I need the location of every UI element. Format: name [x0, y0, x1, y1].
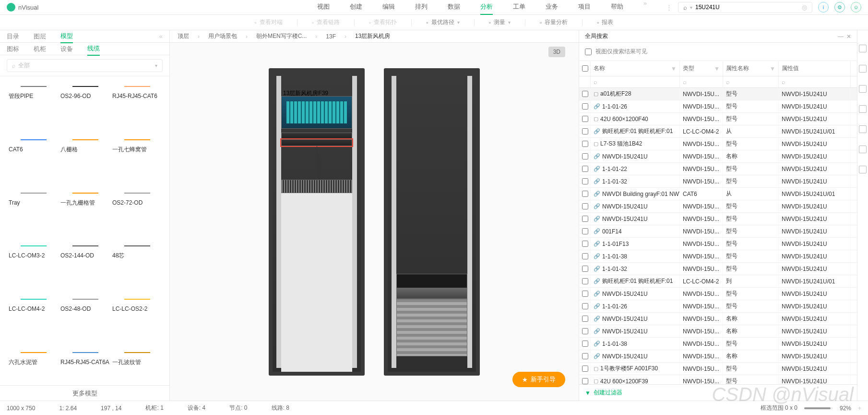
target-icon[interactable]: ◎	[802, 4, 807, 11]
device-server[interactable]	[281, 180, 352, 193]
menu-item-5[interactable]: 分析	[480, 0, 493, 15]
filter-icon[interactable]: ▼	[714, 65, 720, 72]
create-filter-button[interactable]: ▼ 创建过滤器	[579, 384, 857, 401]
rack-1[interactable]: 13层新风机房F39 RJ45-RJ45-CAT...	[269, 68, 365, 376]
dock-icon[interactable]	[859, 166, 867, 173]
row-checkbox[interactable]	[582, 216, 588, 222]
canvas[interactable]: 3D 13层新风机房F39 RJ45-RJ45-CAT...	[170, 43, 579, 401]
tab-机柜[interactable]: 机柜	[34, 43, 46, 55]
table-row[interactable]: ▢a01机柜F28NWVDI-15U...型号NWVDI-15U241U	[579, 88, 857, 100]
table-row[interactable]: 🔗001F14NWVDI-15U...型号NWVDI-15U241U	[579, 225, 857, 238]
dock-icon[interactable]	[859, 45, 867, 52]
row-checkbox[interactable]	[582, 328, 588, 334]
row-checkbox[interactable]	[582, 291, 588, 297]
crumb-3[interactable]: 13F	[326, 33, 336, 40]
dock-icon[interactable]	[859, 105, 867, 113]
device-patch-panel-selected[interactable]	[281, 139, 352, 146]
row-checkbox[interactable]	[582, 178, 588, 184]
crumb-0[interactable]: 顶层	[178, 32, 189, 40]
table-row[interactable]: ▢L7-S3 猫池1B42NWVDI-15U...型号NWVDI-15U241U	[579, 138, 857, 150]
chevron-down-icon[interactable]: ▾	[690, 5, 692, 10]
row-checkbox[interactable]	[582, 228, 588, 234]
crumb-2[interactable]: 朝外MEN写字楼C...	[256, 32, 307, 40]
settings-icon[interactable]: ⚙	[834, 2, 845, 12]
search-icon[interactable]: ⌕	[779, 76, 851, 87]
tab-设备[interactable]: 设备	[60, 43, 73, 55]
model-OS2-96-OD[interactable]: OS2-96-OD	[60, 86, 110, 119]
menu-item-6[interactable]: 工单	[513, 0, 525, 15]
user-icon[interactable]: ☺	[851, 2, 861, 12]
3d-toggle-button[interactable]: 3D	[548, 47, 565, 57]
table-row[interactable]: ▢1号教学楼5F A001F30NWVDI-15U...型号NWVDI-15U2…	[579, 363, 857, 375]
model-一孔九栅格管[interactable]: 一孔九栅格管	[60, 193, 110, 226]
tool-测量[interactable]: ▫测量▾	[489, 18, 511, 26]
rack-2[interactable]	[384, 68, 480, 376]
menu-item-1[interactable]: 创建	[350, 0, 362, 15]
row-checkbox[interactable]	[582, 116, 588, 122]
global-search[interactable]: ⌕ ▾ ◎	[678, 2, 812, 13]
table-row[interactable]: 🔗1-1-01F13NWVDI-15U...型号NWVDI-15U241U	[579, 238, 857, 250]
row-checkbox[interactable]	[582, 166, 588, 172]
row-checkbox[interactable]	[582, 316, 588, 322]
tool-容量分析[interactable]: ▫容量分析	[540, 18, 568, 26]
search-icon[interactable]: ⌕	[723, 76, 779, 87]
table-row[interactable]: 🔗NWVDI-15U241UNWVDI-15U...名称NWVDI-15U241…	[579, 350, 857, 363]
model-Tray[interactable]: Tray	[9, 193, 59, 226]
close-icon[interactable]: ✕	[846, 33, 851, 40]
row-checkbox[interactable]	[582, 153, 588, 159]
dock-icon[interactable]	[859, 85, 867, 93]
row-checkbox[interactable]	[582, 241, 588, 247]
model-LC-LC-OM4-2[interactable]: LC-LC-OM4-2	[9, 299, 59, 332]
menu-item-4[interactable]: 数据	[448, 0, 460, 15]
table-row[interactable]: 🔗1-1-01-32NWVDI-15U...型号NWVDI-15U241U	[579, 175, 857, 188]
dock-icon[interactable]	[859, 146, 867, 153]
device-storage[interactable]	[396, 274, 467, 288]
plus-icon[interactable]: +	[858, 405, 861, 412]
row-checkbox[interactable]	[582, 353, 588, 359]
table-row[interactable]: 🔗购旺机柜F:01 购旺机柜F:01LC-LC-OM4-2到NWVDI-15U2…	[579, 275, 857, 288]
menu-item-8[interactable]: 项目	[578, 0, 591, 15]
info-icon[interactable]: i	[818, 2, 829, 12]
menu-item-2[interactable]: 编辑	[382, 0, 395, 15]
model-OS2-72-OD[interactable]: OS2-72-OD	[112, 193, 162, 226]
guide-button[interactable]: ★ 新手引导	[512, 372, 565, 387]
crumb-1[interactable]: 用户场景包	[208, 32, 237, 40]
table-row[interactable]: ▢42U 600×1200F40NWVDI-15U...型号NWVDI-15U2…	[579, 113, 857, 125]
menu-item-7[interactable]: 业务	[546, 0, 558, 15]
zoom-slider[interactable]	[804, 407, 833, 409]
table-row[interactable]: 🔗1-1-01-26NWVDI-15U...型号NWVDI-15U241U	[579, 300, 857, 313]
panel-search-input[interactable]: ⌕ 全部 ▾	[7, 59, 163, 72]
device-patch-panel[interactable]	[281, 133, 352, 139]
row-checkbox[interactable]	[582, 303, 588, 309]
tab-目录[interactable]: 目录	[7, 30, 19, 43]
model-六孔水泥管[interactable]: 六孔水泥管	[9, 352, 59, 385]
menu-item-0[interactable]: 视图	[317, 0, 330, 15]
tab-线缆[interactable]: 线缆	[87, 42, 100, 56]
device-blade[interactable]	[396, 299, 467, 356]
device-switch[interactable]	[281, 96, 352, 129]
tool-报表[interactable]: ▫报表	[597, 18, 613, 26]
minimize-icon[interactable]: —	[838, 33, 844, 40]
row-checkbox[interactable]	[582, 341, 588, 347]
search-input[interactable]	[695, 4, 799, 11]
row-checkbox[interactable]	[582, 253, 588, 259]
tab-图层[interactable]: 图层	[34, 30, 46, 43]
table-row[interactable]: 🔗NWVDI-15U241UNWVDI-15U...名称NWVDI-15U241…	[579, 325, 857, 338]
table-row[interactable]: 🔗1-1-01-38NWVDI-15U...型号NWVDI-15U241U	[579, 338, 857, 350]
table-row[interactable]: 🔗购旺机柜F:01 购旺机柜F:01LC-LC-OM4-2从NWVDI-15U2…	[579, 125, 857, 138]
model-LC-LC-OS2-2[interactable]: LC-LC-OS2-2	[112, 299, 162, 332]
model-CAT6[interactable]: CAT6	[9, 139, 59, 172]
row-checkbox[interactable]	[582, 278, 588, 284]
filter-icon[interactable]: ▼	[770, 65, 775, 72]
table-row[interactable]: 🔗1-1-01-26NWVDI-15U...型号NWVDI-15U241U	[579, 100, 857, 113]
model-48芯[interactable]: 48芯	[112, 245, 162, 279]
dock-icon[interactable]	[859, 125, 867, 133]
model-管段PIPE[interactable]: 管段PIPE	[9, 86, 59, 119]
row-checkbox[interactable]	[582, 191, 588, 197]
dock-icon[interactable]	[859, 65, 867, 73]
table-row[interactable]: 🔗NWVDI-15U241UNWVDI-15U...型号NWVDI-15U241…	[579, 288, 857, 300]
row-checkbox[interactable]	[582, 91, 588, 97]
table-row[interactable]: 🔗1-1-01-32NWVDI-15U...型号NWVDI-15U241U	[579, 263, 857, 275]
search-icon[interactable]: ⌕	[680, 76, 723, 87]
model-八栅格[interactable]: 八栅格	[60, 139, 110, 172]
